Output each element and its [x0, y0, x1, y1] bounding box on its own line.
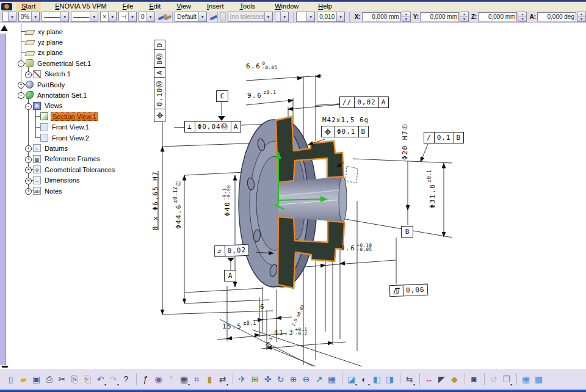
- thread-note-m42[interactable]: M42x1,5 6g: [322, 116, 369, 124]
- grid-icon[interactable]: ▦: [520, 373, 532, 385]
- coord-field-2[interactable]: 0,000 mm: [478, 12, 517, 21]
- dim-dia-40[interactable]: Φ40-0.1-0.08: [223, 172, 231, 230]
- zoom-in-icon[interactable]: ⊕: [288, 373, 299, 385]
- painter-icon[interactable]: [157, 12, 162, 22]
- tree-item-annotation-set-1[interactable]: Annotation Set.1: [26, 90, 88, 100]
- fly-mode-icon[interactable]: ✈: [236, 373, 248, 385]
- cut-icon[interactable]: ✂: [56, 373, 68, 385]
- tree-item-label[interactable]: Geometrical Set.1: [36, 60, 92, 67]
- tolerance3-select[interactable]: ▼: [296, 12, 315, 22]
- dim-9-6-top[interactable]: 9.6±0.1: [247, 92, 277, 100]
- measure-between-icon[interactable]: ↔: [423, 373, 435, 385]
- tree-item-label[interactable]: Datums: [43, 145, 69, 152]
- tree-item-label[interactable]: Views: [43, 102, 63, 109]
- tree-item-label[interactable]: Sketch.1: [43, 70, 72, 78]
- menu-insert[interactable]: Insert: [201, 2, 230, 11]
- fcf-flatness[interactable]: ▱ 0,02: [214, 244, 250, 257]
- datum-c[interactable]: C: [216, 90, 228, 102]
- tree-item-label[interactable]: xy plane: [37, 28, 64, 35]
- copy-icon[interactable]: ⎘: [69, 373, 81, 385]
- section-plane-marker[interactable]: [345, 166, 358, 183]
- grid-snap-icon[interactable]: ▩: [533, 373, 544, 385]
- iso-view-icon[interactable]: ◪▼: [345, 373, 357, 385]
- new-document-icon[interactable]: ▯: [5, 373, 16, 385]
- tree-expander[interactable]: +: [25, 188, 32, 195]
- eraser-icon[interactable]: ❒▼: [501, 373, 512, 385]
- tree-item-label[interactable]: Reference Frames: [43, 155, 101, 162]
- tree-item-section-view-1[interactable]: Section View.1: [40, 111, 98, 122]
- color-select[interactable]: ▼: [2, 12, 16, 22]
- coord-stepper-0[interactable]: ▲▼: [402, 12, 411, 22]
- menu-tools[interactable]: Tools: [234, 2, 261, 11]
- tree-item-datums[interactable]: ⊥Datums: [33, 143, 69, 153]
- fcf-runout[interactable]: / 0,1 B: [424, 132, 464, 143]
- menu-window[interactable]: Window: [269, 2, 304, 11]
- tree-item-zx-plane[interactable]: zx plane: [26, 48, 64, 58]
- normal-view-icon[interactable]: ↗: [313, 373, 325, 385]
- wizard-icon[interactable]: [163, 12, 168, 22]
- undo-icon[interactable]: ↶▼: [95, 373, 106, 385]
- view-mode-2-icon[interactable]: ◨: [384, 373, 396, 385]
- style-painter-icon[interactable]: [209, 12, 214, 22]
- tree-expander[interactable]: +: [18, 82, 24, 89]
- coord-field-0[interactable]: 0,000 mm: [362, 12, 401, 21]
- coord-stepper-1[interactable]: ▲▼: [460, 12, 469, 22]
- fcf-position-vertical[interactable]: 0,10Ⓜ A BⓂ D: [154, 40, 166, 122]
- tree-item-xy-plane[interactable]: xy plane: [26, 26, 64, 37]
- save-icon[interactable]: ▣: [31, 373, 42, 385]
- dim-dia-20[interactable]: Φ20 H7Ⓔ: [401, 114, 409, 169]
- fcf-total-runout[interactable]: 0,06: [389, 284, 428, 297]
- rotate-icon[interactable]: ↻: [275, 373, 286, 385]
- open-folder-icon[interactable]: ▰: [18, 373, 29, 385]
- 3d-viewport[interactable]: 0,10Ⓜ A BⓂ D 8 x Φ6.65 H7 Φ44.6±0.12Ⓔ Φ4…: [0, 23, 586, 368]
- pan-icon[interactable]: ✜: [262, 373, 273, 385]
- link-icon[interactable]: °: [165, 373, 177, 385]
- tree-item-label[interactable]: Section View.1: [51, 112, 98, 121]
- datum-b[interactable]: B: [401, 226, 413, 238]
- dim-9-6-bottom[interactable]: 9.6+0.18-0.05: [341, 244, 372, 252]
- menu-enovia[interactable]: ENOVIA V5 VPM: [49, 2, 112, 11]
- dim-41-3[interactable]: 41.3+0.1-0.2: [274, 328, 308, 336]
- tree-expander[interactable]: -: [25, 103, 32, 110]
- annotation-clamp-icon[interactable]: [220, 12, 226, 22]
- paste-icon[interactable]: ⎗: [82, 373, 93, 385]
- tree-item-notes[interactable]: abNotes: [33, 186, 63, 196]
- tree-expander[interactable]: -: [18, 92, 24, 99]
- tree-expander[interactable]: +: [25, 145, 32, 152]
- camera-icon[interactable]: ◙: [468, 373, 480, 385]
- tree-item-geometrical-set-1[interactable]: Geometrical Set.1: [26, 58, 92, 68]
- menu-start[interactable]: Start: [16, 2, 41, 11]
- hide-show-icon[interactable]: ⇆▼: [403, 373, 415, 385]
- arrow-style-select[interactable]: ⊣▼: [118, 12, 137, 22]
- multi-view-icon[interactable]: ▦: [326, 373, 338, 385]
- tree-item-label[interactable]: Front View.1: [51, 123, 90, 131]
- tree-expander[interactable]: +: [25, 71, 32, 78]
- tree-item-label[interactable]: yz plane: [37, 38, 64, 46]
- calculator-icon[interactable]: ▦▼: [178, 373, 190, 385]
- zoom-out-icon[interactable]: ⊖: [300, 373, 312, 385]
- print-icon[interactable]: ⎙: [43, 373, 55, 385]
- fcf-position-thread[interactable]: Φ0,1 B: [321, 126, 369, 137]
- shading-icon[interactable]: ◐▼: [358, 373, 370, 385]
- tolerance-select[interactable]: (no tolerance)▼: [228, 12, 273, 22]
- formula-icon[interactable]: ƒ: [140, 373, 151, 385]
- tree-item-yz-plane[interactable]: yz plane: [26, 37, 64, 47]
- whats-this-icon[interactable]: ?: [120, 373, 132, 385]
- turntable-icon[interactable]: ↺: [488, 373, 499, 385]
- tolerance2-select[interactable]: ▼: [275, 12, 289, 22]
- dim-6-6[interactable]: 6.60-0.05: [246, 62, 277, 70]
- tree-item-label[interactable]: PartBody: [36, 81, 66, 89]
- menu-file[interactable]: File: [117, 2, 139, 11]
- tree-item-front-view-1[interactable]: Front View.1: [40, 122, 90, 132]
- linetype-select[interactable]: ———▼: [42, 12, 69, 22]
- coord-field-1[interactable]: 0,000 mm: [420, 12, 459, 21]
- tolerance-value-select[interactable]: 0,010▼: [317, 12, 345, 22]
- tree-item-dimensions[interactable]: ↔Dimensions: [33, 175, 81, 186]
- opacity-select[interactable]: 0%▼: [18, 12, 40, 22]
- menu-view[interactable]: View: [171, 2, 197, 11]
- view-mode-1-icon[interactable]: ◧: [371, 373, 383, 385]
- fit-all-icon[interactable]: ⊞: [249, 373, 261, 385]
- coord-field-3[interactable]: 0,000 deg: [537, 12, 576, 21]
- fcf-parallelism[interactable]: // 0,02 A: [339, 96, 389, 108]
- annotation-eye-icon[interactable]: ◉: [153, 373, 164, 385]
